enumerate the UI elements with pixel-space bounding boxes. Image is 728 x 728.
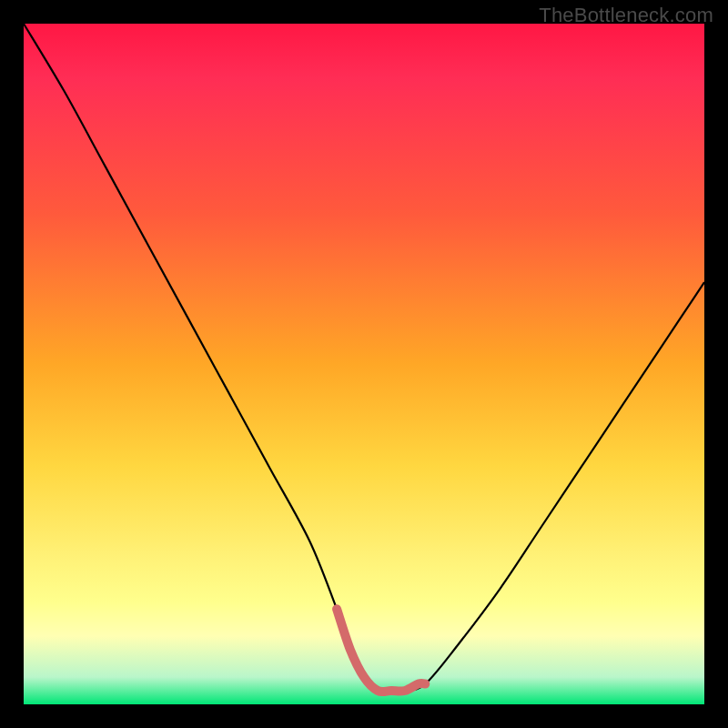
- chart-frame: TheBottleneck.com: [0, 0, 728, 728]
- bottleneck-curve: [24, 24, 704, 692]
- valley-accent-segment: [337, 609, 425, 692]
- chart-svg: [24, 24, 704, 704]
- chart-plot-area: [24, 24, 704, 704]
- watermark-label: TheBottleneck.com: [539, 4, 713, 27]
